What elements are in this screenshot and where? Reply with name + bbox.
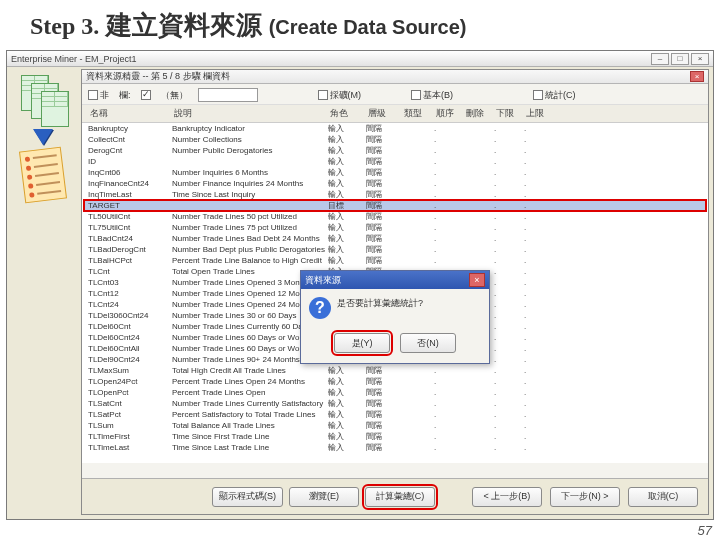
hdr-role[interactable]: 角色 bbox=[328, 107, 366, 120]
title-zh: 建立資料來源 bbox=[106, 11, 262, 40]
back-button[interactable]: < 上一步(B) bbox=[472, 487, 542, 507]
table-row[interactable]: TL50UtilCntNumber Trade Lines 50 pct Uti… bbox=[84, 211, 706, 222]
table-row[interactable]: TLBadCnt24Number Trade Lines Bad Debt 24… bbox=[84, 233, 706, 244]
table-row[interactable]: DerogCntNumber Public Derogatories輸入間隔..… bbox=[84, 145, 706, 156]
next-button[interactable]: 下一步(N) > bbox=[550, 487, 620, 507]
hdr-desc[interactable]: 說明 bbox=[172, 107, 328, 120]
confirm-dialog: 資料來源 × ? 是否要計算彙總統計? 是(Y) 否(N) bbox=[300, 270, 490, 364]
question-icon: ? bbox=[309, 297, 331, 319]
app-titlebar: Enterprise Miner - EM_Project1 – □ × bbox=[7, 51, 713, 67]
table-row[interactable]: TLOpen24PctPercent Trade Lines Open 24 M… bbox=[84, 376, 706, 387]
wizard-button-row: 顯示程式碼(S) 瀏覽(E) 計算彙總(C) < 上一步(B) 下一步(N) >… bbox=[82, 478, 708, 514]
title-en: (Create Data Source) bbox=[269, 16, 467, 38]
dialog-no-button[interactable]: 否(N) bbox=[400, 333, 456, 353]
maximize-button[interactable]: □ bbox=[671, 53, 689, 65]
table-row[interactable]: TLSatPctPercent Satisfactory to Total Tr… bbox=[84, 409, 706, 420]
tables-icon bbox=[21, 75, 65, 125]
dialog-close-button[interactable]: × bbox=[469, 273, 485, 287]
table-row[interactable]: TLOpenPctPercent Trade Lines Open輸入間隔... bbox=[84, 387, 706, 398]
hdr-order[interactable]: 順序 bbox=[434, 107, 464, 120]
wizard-close-button[interactable]: × bbox=[690, 71, 704, 82]
arrow-down-icon bbox=[33, 129, 53, 145]
table-row[interactable]: InqTimeLastTime Since Last Inquiry輸入間隔..… bbox=[84, 189, 706, 200]
cancel-button[interactable]: 取消(C) bbox=[628, 487, 698, 507]
wizard-title: 資料來源精靈 -- 第 5 / 8 步驟 欄資料 bbox=[86, 70, 230, 83]
hdr-drop[interactable]: 刪除 bbox=[464, 107, 494, 120]
not-checkbox-1[interactable] bbox=[88, 90, 98, 100]
show-code-button[interactable]: 顯示程式碼(S) bbox=[212, 487, 283, 507]
table-row[interactable]: TLSatCntNumber Trade Lines Currently Sat… bbox=[84, 398, 706, 409]
minimize-button[interactable]: – bbox=[651, 53, 669, 65]
hdr-name[interactable]: 名稱 bbox=[88, 107, 172, 120]
page-number: 57 bbox=[698, 523, 712, 538]
table-row[interactable]: TLBadDerogCntNumber Bad Dept plus Public… bbox=[84, 244, 706, 255]
wizard-titlebar: 資料來源精靈 -- 第 5 / 8 步驟 欄資料 × bbox=[82, 70, 708, 84]
show-label: （無） bbox=[161, 89, 188, 102]
close-button[interactable]: × bbox=[691, 53, 709, 65]
show-checkbox[interactable] bbox=[141, 90, 151, 100]
grid-headers: 名稱 說明 角色 層級 類型 順序 刪除 下限 上限 bbox=[82, 105, 708, 123]
table-row[interactable]: TLMaxSumTotal High Credit All Trade Line… bbox=[84, 365, 706, 376]
mining-check[interactable]: 採礦(M) bbox=[318, 89, 362, 102]
dialog-message: 是否要計算彙總統計? bbox=[337, 297, 423, 310]
wizard-icon-column bbox=[9, 71, 77, 241]
table-row[interactable]: TLTimeFirstTime Since First Trade Line輸入… bbox=[84, 431, 706, 442]
dialog-yes-button[interactable]: 是(Y) bbox=[334, 333, 390, 353]
filter-input-1[interactable] bbox=[198, 88, 258, 102]
table-row[interactable]: CollectCntNumber Collections輸入間隔... bbox=[84, 134, 706, 145]
compute-summary-button[interactable]: 計算彙總(C) bbox=[365, 487, 435, 507]
step-label: Step 3. bbox=[30, 13, 99, 39]
hdr-type[interactable]: 類型 bbox=[402, 107, 434, 120]
col-field-label: 欄: bbox=[119, 89, 131, 102]
table-row[interactable]: TLBalHCPctPercent Trade Line Balance to … bbox=[84, 255, 706, 266]
dialog-title: 資料來源 bbox=[305, 274, 341, 287]
table-row[interactable]: BankruptcyBankruptcy Indicator輸入間隔... bbox=[84, 123, 706, 134]
col-label: 非 bbox=[88, 89, 109, 102]
table-row[interactable]: InqFinanceCnt24Number Finance Inquiries … bbox=[84, 178, 706, 189]
table-row[interactable]: TARGET目標間隔... bbox=[84, 200, 706, 211]
hdr-upper[interactable]: 上限 bbox=[524, 107, 552, 120]
hdr-lower[interactable]: 下限 bbox=[494, 107, 524, 120]
app-title: Enterprise Miner - EM_Project1 bbox=[11, 54, 137, 64]
table-row[interactable]: TLTimeLastTime Since Last Trade Line輸入間隔… bbox=[84, 442, 706, 453]
table-row[interactable]: TL75UtilCntNumber Trade Lines 75 pct Uti… bbox=[84, 222, 706, 233]
table-row[interactable]: InqCnt06Number Inquiries 6 Months輸入間隔... bbox=[84, 167, 706, 178]
list-icon bbox=[19, 147, 67, 204]
slide-title: Step 3. 建立資料來源 (Create Data Source) bbox=[0, 0, 720, 47]
table-row[interactable]: TLSumTotal Balance All Trade Lines輸入間隔..… bbox=[84, 420, 706, 431]
basic-check[interactable]: 基本(B) bbox=[411, 89, 453, 102]
hdr-level[interactable]: 層級 bbox=[366, 107, 402, 120]
explore-button[interactable]: 瀏覽(E) bbox=[289, 487, 359, 507]
stat-check[interactable]: 統計(C) bbox=[533, 89, 576, 102]
dialog-titlebar: 資料來源 × bbox=[301, 271, 489, 289]
table-row[interactable]: ID輸入間隔... bbox=[84, 156, 706, 167]
filter-row: 非 欄: （無） 採礦(M) 基本(B) 統計(C) bbox=[82, 84, 708, 105]
